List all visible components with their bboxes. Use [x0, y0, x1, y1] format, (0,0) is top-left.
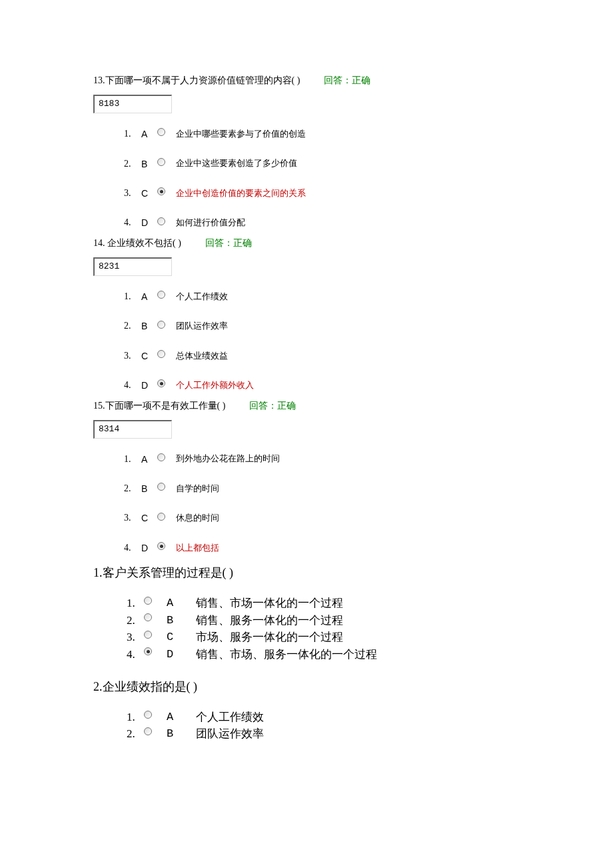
option-letter: A — [167, 595, 196, 612]
option-letter: D — [141, 541, 157, 555]
option-item: 2.B 团队运作效率 — [127, 725, 526, 743]
question-number: 13. — [93, 75, 105, 85]
radio-button[interactable] — [157, 128, 165, 136]
option-letter: B — [141, 481, 157, 496]
option-number: 2. — [127, 612, 144, 629]
radio-wrap — [157, 158, 176, 166]
question-block-large: 2.企业绩效指的是( )1.A个人工作绩效2.B 团队运作效率 — [93, 677, 526, 743]
option-letter: B — [167, 612, 196, 629]
radio-button[interactable] — [144, 727, 152, 735]
option-letter: B — [141, 157, 157, 171]
radio-button[interactable] — [144, 711, 152, 719]
option-letter: B — [167, 725, 196, 743]
question-header: 13.下面哪一项不属于人力资源价值链管理的内容( )回答：正确 — [93, 73, 526, 88]
option-number: 2. — [127, 725, 144, 743]
option-letter: A — [167, 709, 196, 726]
option-letter: C — [141, 186, 157, 201]
radio-button[interactable] — [157, 542, 165, 550]
option-item: 4.D个人工作外额外收入 — [124, 378, 526, 393]
question-text: 下面哪一项不属于人力资源价值链管理的内容( ) — [105, 75, 301, 85]
option-item: 2.B团队运作效率 — [124, 319, 526, 333]
option-number: 1. — [127, 595, 144, 612]
option-text: 个人工作绩效 — [196, 709, 264, 726]
option-text: 自学的时间 — [176, 482, 219, 496]
option-text: 总体业绩效益 — [176, 349, 228, 363]
radio-wrap — [157, 379, 176, 387]
radio-button[interactable] — [157, 453, 165, 461]
options-list: 1.A销售、市场一体化的一个过程2.B 销售、服务一体化的一个过程3.C市场、服… — [93, 595, 526, 663]
option-item: 1.A个人工作绩效 — [127, 709, 526, 726]
option-number: 4. — [124, 378, 141, 393]
answer-status: 回答：正确 — [249, 401, 296, 411]
question-id-input[interactable]: 8314 — [93, 420, 172, 439]
option-text: 团队运作效率 — [196, 725, 264, 743]
option-text: 团队运作效率 — [176, 319, 228, 333]
option-text: 休息的时间 — [176, 511, 219, 525]
question-text: 下面哪一项不是有效工作量( ) — [105, 401, 226, 411]
option-number: 3. — [127, 629, 144, 646]
option-item: 1.A销售、市场一体化的一个过程 — [127, 595, 526, 612]
radio-wrap — [157, 217, 176, 225]
option-item: 3.C市场、服务一体化的一个过程 — [127, 629, 526, 646]
radio-button[interactable] — [157, 217, 165, 225]
options-list: 1.A到外地办公花在路上的时间2.B自学的时间3.C休息的时间4.D以上都包括 — [93, 452, 526, 556]
radio-button[interactable] — [157, 187, 165, 195]
question-block: 13.下面哪一项不属于人力资源价值链管理的内容( )回答：正确81831.A企业… — [93, 73, 526, 231]
radio-wrap — [144, 597, 167, 605]
option-number: 3. — [124, 511, 141, 525]
radio-wrap — [157, 542, 176, 550]
radio-button[interactable] — [144, 597, 152, 605]
option-text: 市场、服务一体化的一个过程 — [196, 629, 343, 646]
option-letter: A — [141, 452, 157, 467]
radio-button[interactable] — [157, 513, 165, 521]
option-text: 如何进行价值分配 — [176, 216, 245, 230]
option-number: 1. — [124, 289, 141, 304]
radio-button[interactable] — [157, 321, 165, 329]
question-text: 企业绩效不包括( ) — [105, 238, 181, 248]
option-item: 2.B自学的时间 — [124, 481, 526, 496]
radio-button[interactable] — [157, 291, 165, 299]
question-number: 14. — [93, 238, 105, 248]
option-letter: A — [141, 127, 157, 141]
option-number: 4. — [124, 215, 141, 230]
option-text: 企业中哪些要素参与了价值的创造 — [176, 127, 306, 141]
option-number: 2. — [124, 157, 141, 171]
options-list: 1.A个人工作绩效2.B 团队运作效率 — [93, 709, 526, 743]
radio-button[interactable] — [157, 350, 165, 358]
option-number: 4. — [127, 646, 144, 663]
option-letter: D — [167, 646, 196, 663]
radio-wrap — [157, 187, 176, 195]
option-number: 1. — [127, 709, 144, 726]
option-text: 以上都包括 — [176, 541, 219, 555]
radio-wrap — [144, 727, 167, 735]
question-header: 1.客户关系管理的过程是( ) — [93, 563, 526, 583]
question-block: 14. 企业绩效不包括( )回答：正确82311.A个人工作绩效2.B团队运作效… — [93, 236, 526, 393]
option-text: 个人工作绩效 — [176, 290, 228, 304]
radio-button[interactable] — [144, 647, 152, 655]
option-letter: B — [141, 319, 157, 333]
option-text: 个人工作外额外收入 — [176, 379, 254, 393]
radio-wrap — [144, 647, 167, 655]
option-number: 4. — [124, 541, 141, 555]
option-item: 3.C企业中创造价值的要素之间的关系 — [124, 186, 526, 201]
option-item: 3.C总体业绩效益 — [124, 349, 526, 363]
options-list: 1.A企业中哪些要素参与了价值的创造2.B企业中这些要素创造了多少价值3.C企业… — [93, 127, 526, 231]
question-text: 企业绩效指的是( ) — [103, 680, 198, 693]
question-id-input[interactable]: 8183 — [93, 95, 172, 113]
question-id-input[interactable]: 8231 — [93, 257, 172, 276]
radio-button[interactable] — [157, 379, 165, 387]
radio-button[interactable] — [157, 158, 165, 166]
option-letter: C — [141, 349, 157, 363]
radio-button[interactable] — [144, 631, 152, 639]
radio-wrap — [157, 128, 176, 136]
answer-status: 回答：正确 — [324, 75, 370, 85]
option-number: 1. — [124, 452, 141, 467]
radio-button[interactable] — [157, 483, 165, 491]
option-text: 到外地办公花在路上的时间 — [176, 452, 280, 466]
question-number: 2. — [93, 680, 103, 693]
option-text: 销售、服务一体化的一个过程 — [196, 612, 343, 629]
radio-button[interactable] — [144, 613, 152, 621]
option-number: 2. — [124, 319, 141, 333]
question-block: 15.下面哪一项不是有效工作量( )回答：正确83141.A到外地办公花在路上的… — [93, 399, 526, 556]
radio-wrap — [144, 711, 167, 719]
